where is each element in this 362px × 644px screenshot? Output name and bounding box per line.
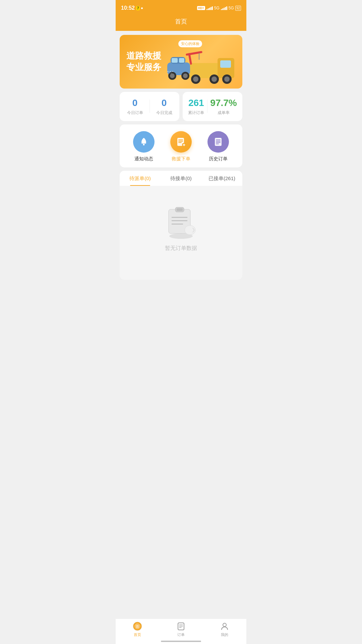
svg-point-8 [224,76,230,82]
total-orders: 261 累计订单 [188,97,204,116]
battery-icon: 92 [235,6,241,11]
status-right: HD+ 5G 5G 92 [197,6,241,11]
banner-title: 道路救援 专业服务 [126,50,161,73]
home-nav-label: 首页 [134,632,141,637]
mine-nav-label: 我的 [221,632,228,637]
empty-text: 暂无订单数据 [165,245,197,252]
svg-point-4 [193,76,198,82]
svg-rect-14 [172,58,178,63]
stats-card-total: 261 累计订单 97.7% 成单率 [183,92,242,121]
promo-banner: 道路救援 专业服务 安心的体验 [120,35,242,89]
home-indicator [161,641,201,642]
mine-nav-icon [220,622,229,631]
total-orders-label: 累计订单 [188,110,204,116]
svg-point-6 [212,76,217,82]
page-title: 首页 [175,18,187,25]
hd-badge: HD+ [197,6,205,10]
stats-card-today: 0 今日订单 0 今日完成 [120,92,179,121]
svg-point-23 [143,144,144,145]
stats-divider-2 [207,100,207,113]
order-icon-bg [170,131,192,153]
nav-mine[interactable]: 我的 [203,622,246,637]
action-notify[interactable]: 通知动态 [133,131,155,162]
success-rate-value: 97.7% [210,97,237,109]
order-list-icon [175,136,187,148]
today-orders-label: 今日订单 [127,110,143,116]
signal-label-1: 5G [214,6,220,10]
tab-pending-accept[interactable]: 待接单(0) [161,171,201,186]
document-icon [213,137,224,147]
svg-text:首: 首 [136,625,139,628]
bottom-nav: 首 首页 订单 我的 [116,619,246,644]
history-label: 历史订单 [209,156,228,162]
empty-clipboard-icon [163,203,199,239]
today-done-value: 0 [156,97,172,109]
success-rate: 97.7% 成单率 [210,97,237,116]
svg-point-17 [170,73,175,78]
svg-rect-10 [186,51,202,56]
today-done-label: 今日完成 [156,110,172,116]
status-bar: 10:52 7 HD+ 5G 5G 92 [116,0,246,15]
svg-rect-22 [141,143,146,144]
svg-rect-2 [220,60,231,68]
tab-pending-dispatch[interactable]: 待派单(0) [120,171,161,186]
action-history[interactable]: 历史订单 [207,131,229,162]
rescue-order-label: 救援下单 [172,156,190,162]
svg-rect-15 [179,58,184,63]
notify-label: 通知动态 [134,156,153,162]
signal-bars-2 [221,6,227,10]
today-orders: 0 今日订单 [127,97,143,116]
bell-icon [138,137,149,147]
stats-row: 0 今日订单 0 今日完成 261 累计订单 97.7% 成单率 [120,92,242,121]
signal-bars-1 [206,6,213,10]
svg-rect-31 [215,138,222,146]
empty-state: 暂无订单数据 [120,186,242,280]
history-icon-bg [207,131,229,153]
order-tabs: 待派单(0) 待接单(0) 已接单(261) [120,171,242,186]
tab-accepted[interactable]: 已接单(261) [201,171,242,186]
seven-badge: 7 [136,6,140,10]
status-dot [141,7,143,9]
today-done: 0 今日完成 [156,97,172,116]
status-time: 10:52 7 [121,5,143,11]
today-orders-value: 0 [127,97,143,109]
svg-point-51 [223,623,226,627]
page-header: 首页 [116,15,246,31]
success-rate-label: 成单率 [210,110,237,116]
orders-nav-label: 订单 [177,632,185,637]
actions-card: 通知动态 救援下单 历史订单 [120,124,242,167]
signal-label-2: 5G [229,6,234,10]
nav-home[interactable]: 首 首页 [116,622,159,637]
total-orders-value: 261 [188,97,204,109]
svg-rect-39 [177,208,183,211]
stats-divider [149,100,150,113]
banner-text: 道路救援 专业服务 [126,50,161,73]
truck-illustration [167,43,241,87]
orders-nav-icon [176,622,186,631]
notify-icon-bg [133,131,155,153]
home-nav-icon: 首 [133,622,142,631]
nav-orders[interactable]: 订单 [159,622,203,637]
svg-point-19 [183,73,188,78]
action-rescue-order[interactable]: 救援下单 [170,131,192,162]
